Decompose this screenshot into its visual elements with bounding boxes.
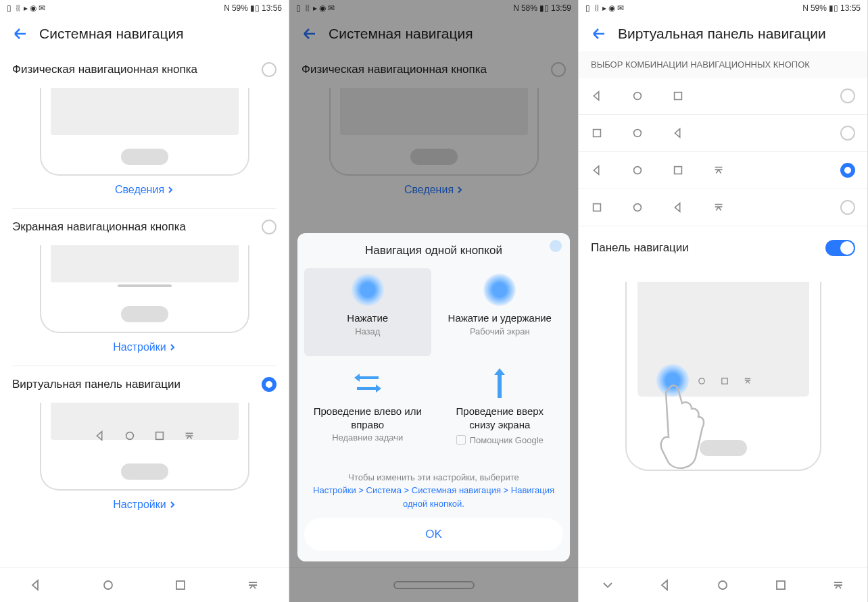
recent-icon (672, 164, 684, 176)
chevron-down-icon[interactable] (601, 578, 614, 592)
recent-icon (672, 90, 684, 102)
home-icon (631, 90, 644, 102)
option-physical[interactable]: Физическая навигационная кнопка (0, 51, 289, 88)
section-header: ВЫБОР КОМБИНАЦИИ НАВИГАЦИОННЫХ КНОПОК (579, 51, 867, 78)
recent-icon[interactable] (774, 578, 788, 592)
back-icon (591, 90, 603, 102)
option-label: Экранная навигационная кнопка (12, 220, 186, 234)
toggle-label: Панель навигации (591, 241, 689, 255)
screen-1: ▯⧛▸◉✉ N 59% ▮▯ 13:56 Системная навигация… (0, 0, 289, 602)
svg-point-14 (719, 581, 727, 589)
checkbox-google[interactable] (456, 435, 466, 445)
settings-link-onscreen[interactable]: Настройки (0, 333, 289, 366)
back-icon (672, 127, 684, 139)
gesture-swipe-lr[interactable]: Проведение влево или вправо Недавние зад… (304, 361, 431, 466)
radio-combo-1[interactable] (840, 89, 855, 103)
back-button[interactable] (12, 26, 28, 42)
svg-point-8 (634, 167, 642, 174)
settings-link-virtual[interactable]: Настройки (0, 491, 289, 523)
one-button-dialog: Навигация одной кнопкой Нажатие Назад На… (297, 233, 570, 561)
home-icon[interactable] (101, 578, 115, 592)
dialog-title: Навигация одной кнопкой (304, 244, 563, 257)
details-link-physical[interactable]: Сведения (0, 176, 289, 208)
ok-button[interactable]: OK (304, 518, 563, 551)
illustration-onscreen (40, 245, 249, 333)
svg-rect-15 (777, 581, 785, 589)
radio-virtual[interactable] (262, 377, 276, 392)
home-icon (631, 164, 644, 176)
gesture-tap[interactable]: Нажатие Назад (304, 268, 431, 356)
option-label: Виртуальная панель навигации (12, 378, 180, 391)
orb-icon (483, 274, 516, 306)
battery-text: 59% (232, 3, 248, 13)
header: Системная навигация (0, 16, 289, 51)
svg-rect-3 (176, 581, 185, 589)
illustration-physical (40, 88, 249, 176)
recent-icon (591, 127, 603, 139)
svg-rect-1 (155, 432, 163, 440)
dropdown-icon[interactable] (246, 578, 260, 592)
dialog-hint: Чтобы изменить эти настройки, выберите Н… (304, 471, 563, 511)
option-virtual[interactable]: Виртуальная панель навигации (0, 366, 289, 403)
svg-point-4 (634, 93, 642, 100)
radio-combo-4[interactable] (840, 200, 855, 215)
dialog-radio-icon (550, 240, 562, 252)
svg-rect-5 (675, 93, 682, 100)
orb-icon (352, 274, 384, 306)
svg-rect-10 (594, 204, 601, 211)
screen-3: ▯⧛▸◉✉ N 59% ▮▯ 13:55 Виртуальная панель … (579, 0, 868, 602)
option-onscreen[interactable]: Экранная навигационная кнопка (0, 209, 289, 245)
option-label: Физическая навигационная кнопка (12, 63, 197, 76)
recent-icon[interactable] (174, 578, 187, 592)
back-button[interactable] (591, 26, 607, 42)
svg-point-7 (634, 130, 642, 137)
svg-rect-9 (675, 167, 682, 174)
svg-point-0 (126, 432, 133, 440)
back-icon (672, 201, 684, 214)
home-icon[interactable] (716, 578, 729, 592)
dropdown-icon (713, 201, 725, 214)
time-text: 13:56 (262, 3, 282, 13)
radio-onscreen[interactable] (262, 220, 276, 234)
system-nav-bar (579, 567, 867, 602)
nav-panel-toggle-row: Панель навигации (579, 226, 867, 270)
page-title: Виртуальная панель навигации (618, 26, 826, 42)
back-icon[interactable] (658, 578, 672, 592)
dropdown-icon[interactable] (831, 578, 845, 592)
illustration-touch (625, 282, 821, 471)
combo-1[interactable] (579, 78, 867, 115)
home-icon (631, 201, 644, 214)
svg-point-11 (634, 204, 642, 211)
arrows-lr-icon (352, 367, 384, 399)
svg-rect-6 (594, 130, 601, 137)
nav-panel-toggle[interactable] (825, 240, 855, 256)
radio-physical[interactable] (262, 62, 276, 77)
recent-icon (591, 201, 603, 214)
screen-2: ▯⧛▸◉✉ N 58% ▮▯ 13:59 Системная навигация… (289, 0, 579, 602)
status-bar: ▯⧛▸◉✉ N 59% ▮▯ 13:56 (0, 0, 289, 16)
svg-rect-13 (721, 378, 727, 384)
finger-icon (659, 383, 720, 471)
radio-combo-3[interactable] (840, 163, 855, 178)
status-bar: ▯⧛▸◉✉ N 59% ▮▯ 13:55 (579, 0, 867, 16)
combo-2[interactable] (579, 115, 867, 152)
combo-3[interactable] (579, 152, 867, 189)
svg-point-2 (104, 581, 112, 589)
page-title: Системная навигация (39, 26, 184, 42)
gesture-hold[interactable]: Нажатие и удержание Рабочий экран (437, 268, 564, 356)
back-icon (591, 164, 603, 176)
arrow-up-icon (483, 367, 516, 399)
nfc-icon: N (224, 3, 230, 13)
illustration-virtual (40, 403, 249, 491)
system-nav-bar (0, 567, 289, 602)
dropdown-icon (713, 164, 725, 176)
radio-combo-2[interactable] (840, 126, 855, 141)
gesture-swipe-up[interactable]: Проведение вверх снизу экрана Помощник G… (437, 361, 564, 466)
header: Виртуальная панель навигации (579, 16, 867, 51)
back-icon[interactable] (29, 578, 43, 592)
combo-4[interactable] (579, 189, 867, 226)
home-icon (631, 127, 644, 139)
